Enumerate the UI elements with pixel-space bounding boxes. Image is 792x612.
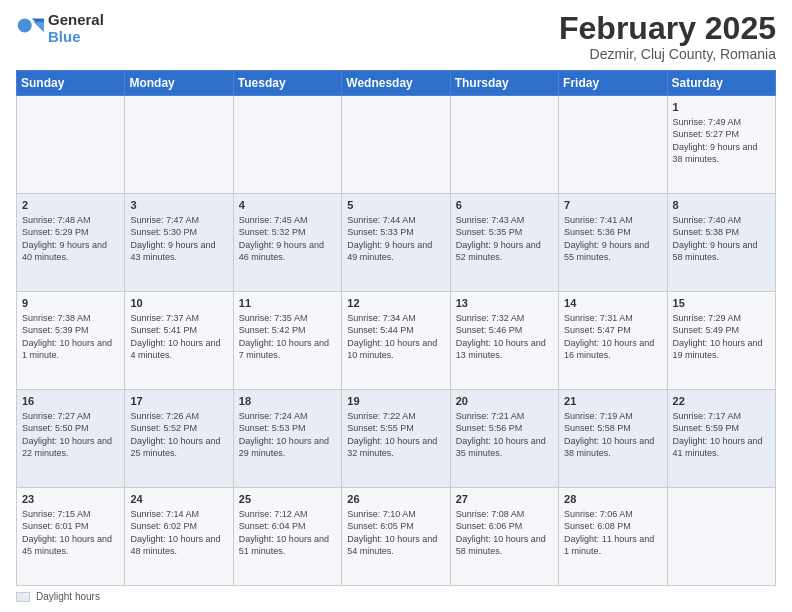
day-info: Sunrise: 7:10 AM Sunset: 6:05 PM Dayligh… — [347, 508, 444, 557]
footer-label: Daylight hours — [36, 591, 100, 602]
day-info: Sunrise: 7:35 AM Sunset: 5:42 PM Dayligh… — [239, 312, 336, 361]
svg-point-0 — [18, 18, 32, 32]
day-info: Sunrise: 7:49 AM Sunset: 5:27 PM Dayligh… — [673, 116, 770, 165]
day-number: 6 — [456, 198, 553, 212]
day-info: Sunrise: 7:32 AM Sunset: 5:46 PM Dayligh… — [456, 312, 553, 361]
logo: General Blue — [16, 12, 104, 45]
day-number: 8 — [673, 198, 770, 212]
logo-general: General — [48, 12, 104, 29]
day-number: 17 — [130, 394, 227, 408]
day-cell: 7Sunrise: 7:41 AM Sunset: 5:36 PM Daylig… — [559, 194, 667, 292]
col-header-friday: Friday — [559, 71, 667, 96]
logo-text: General Blue — [48, 12, 104, 45]
day-cell: 10Sunrise: 7:37 AM Sunset: 5:41 PM Dayli… — [125, 292, 233, 390]
day-cell — [125, 96, 233, 194]
day-cell: 11Sunrise: 7:35 AM Sunset: 5:42 PM Dayli… — [233, 292, 341, 390]
day-cell: 18Sunrise: 7:24 AM Sunset: 5:53 PM Dayli… — [233, 390, 341, 488]
day-info: Sunrise: 7:45 AM Sunset: 5:32 PM Dayligh… — [239, 214, 336, 263]
day-number: 1 — [673, 100, 770, 114]
col-header-thursday: Thursday — [450, 71, 558, 96]
day-number: 24 — [130, 492, 227, 506]
day-info: Sunrise: 7:37 AM Sunset: 5:41 PM Dayligh… — [130, 312, 227, 361]
day-info: Sunrise: 7:14 AM Sunset: 6:02 PM Dayligh… — [130, 508, 227, 557]
calendar: SundayMondayTuesdayWednesdayThursdayFrid… — [16, 70, 776, 586]
day-number: 2 — [22, 198, 119, 212]
day-cell: 21Sunrise: 7:19 AM Sunset: 5:58 PM Dayli… — [559, 390, 667, 488]
day-info: Sunrise: 7:43 AM Sunset: 5:35 PM Dayligh… — [456, 214, 553, 263]
day-number: 15 — [673, 296, 770, 310]
day-info: Sunrise: 7:21 AM Sunset: 5:56 PM Dayligh… — [456, 410, 553, 459]
day-number: 5 — [347, 198, 444, 212]
day-number: 27 — [456, 492, 553, 506]
day-info: Sunrise: 7:47 AM Sunset: 5:30 PM Dayligh… — [130, 214, 227, 263]
day-number: 9 — [22, 296, 119, 310]
day-cell: 27Sunrise: 7:08 AM Sunset: 6:06 PM Dayli… — [450, 488, 558, 586]
day-number: 3 — [130, 198, 227, 212]
footer: Daylight hours — [16, 591, 776, 602]
day-number: 10 — [130, 296, 227, 310]
day-info: Sunrise: 7:40 AM Sunset: 5:38 PM Dayligh… — [673, 214, 770, 263]
day-cell — [450, 96, 558, 194]
day-number: 14 — [564, 296, 661, 310]
day-cell: 22Sunrise: 7:17 AM Sunset: 5:59 PM Dayli… — [667, 390, 775, 488]
day-number: 22 — [673, 394, 770, 408]
week-row-2: 9Sunrise: 7:38 AM Sunset: 5:39 PM Daylig… — [17, 292, 776, 390]
day-cell: 28Sunrise: 7:06 AM Sunset: 6:08 PM Dayli… — [559, 488, 667, 586]
location: Dezmir, Cluj County, Romania — [559, 46, 776, 62]
day-info: Sunrise: 7:48 AM Sunset: 5:29 PM Dayligh… — [22, 214, 119, 263]
day-cell: 26Sunrise: 7:10 AM Sunset: 6:05 PM Dayli… — [342, 488, 450, 586]
day-info: Sunrise: 7:15 AM Sunset: 6:01 PM Dayligh… — [22, 508, 119, 557]
col-header-monday: Monday — [125, 71, 233, 96]
day-cell — [233, 96, 341, 194]
calendar-header-row: SundayMondayTuesdayWednesdayThursdayFrid… — [17, 71, 776, 96]
day-info: Sunrise: 7:38 AM Sunset: 5:39 PM Dayligh… — [22, 312, 119, 361]
day-number: 25 — [239, 492, 336, 506]
day-info: Sunrise: 7:17 AM Sunset: 5:59 PM Dayligh… — [673, 410, 770, 459]
day-number: 4 — [239, 198, 336, 212]
day-info: Sunrise: 7:27 AM Sunset: 5:50 PM Dayligh… — [22, 410, 119, 459]
day-info: Sunrise: 7:29 AM Sunset: 5:49 PM Dayligh… — [673, 312, 770, 361]
day-info: Sunrise: 7:44 AM Sunset: 5:33 PM Dayligh… — [347, 214, 444, 263]
week-row-3: 16Sunrise: 7:27 AM Sunset: 5:50 PM Dayli… — [17, 390, 776, 488]
day-number: 28 — [564, 492, 661, 506]
day-cell: 16Sunrise: 7:27 AM Sunset: 5:50 PM Dayli… — [17, 390, 125, 488]
day-cell: 1Sunrise: 7:49 AM Sunset: 5:27 PM Daylig… — [667, 96, 775, 194]
logo-blue: Blue — [48, 29, 104, 46]
svg-marker-2 — [34, 22, 45, 33]
col-header-wednesday: Wednesday — [342, 71, 450, 96]
week-row-4: 23Sunrise: 7:15 AM Sunset: 6:01 PM Dayli… — [17, 488, 776, 586]
day-number: 7 — [564, 198, 661, 212]
day-info: Sunrise: 7:22 AM Sunset: 5:55 PM Dayligh… — [347, 410, 444, 459]
day-number: 13 — [456, 296, 553, 310]
header: General Blue February 2025 Dezmir, Cluj … — [16, 12, 776, 62]
day-cell: 6Sunrise: 7:43 AM Sunset: 5:35 PM Daylig… — [450, 194, 558, 292]
day-cell: 9Sunrise: 7:38 AM Sunset: 5:39 PM Daylig… — [17, 292, 125, 390]
day-cell: 4Sunrise: 7:45 AM Sunset: 5:32 PM Daylig… — [233, 194, 341, 292]
logo-icon — [16, 15, 44, 43]
week-row-0: 1Sunrise: 7:49 AM Sunset: 5:27 PM Daylig… — [17, 96, 776, 194]
day-cell: 5Sunrise: 7:44 AM Sunset: 5:33 PM Daylig… — [342, 194, 450, 292]
day-info: Sunrise: 7:24 AM Sunset: 5:53 PM Dayligh… — [239, 410, 336, 459]
day-number: 23 — [22, 492, 119, 506]
day-info: Sunrise: 7:34 AM Sunset: 5:44 PM Dayligh… — [347, 312, 444, 361]
day-number: 16 — [22, 394, 119, 408]
day-cell — [559, 96, 667, 194]
col-header-tuesday: Tuesday — [233, 71, 341, 96]
day-info: Sunrise: 7:31 AM Sunset: 5:47 PM Dayligh… — [564, 312, 661, 361]
day-number: 26 — [347, 492, 444, 506]
col-header-saturday: Saturday — [667, 71, 775, 96]
day-number: 19 — [347, 394, 444, 408]
day-number: 12 — [347, 296, 444, 310]
day-cell: 24Sunrise: 7:14 AM Sunset: 6:02 PM Dayli… — [125, 488, 233, 586]
week-row-1: 2Sunrise: 7:48 AM Sunset: 5:29 PM Daylig… — [17, 194, 776, 292]
day-info: Sunrise: 7:08 AM Sunset: 6:06 PM Dayligh… — [456, 508, 553, 557]
day-number: 21 — [564, 394, 661, 408]
day-cell: 8Sunrise: 7:40 AM Sunset: 5:38 PM Daylig… — [667, 194, 775, 292]
month-title: February 2025 — [559, 12, 776, 44]
day-cell: 3Sunrise: 7:47 AM Sunset: 5:30 PM Daylig… — [125, 194, 233, 292]
day-info: Sunrise: 7:12 AM Sunset: 6:04 PM Dayligh… — [239, 508, 336, 557]
day-cell: 13Sunrise: 7:32 AM Sunset: 5:46 PM Dayli… — [450, 292, 558, 390]
day-cell — [342, 96, 450, 194]
day-info: Sunrise: 7:41 AM Sunset: 5:36 PM Dayligh… — [564, 214, 661, 263]
day-cell: 15Sunrise: 7:29 AM Sunset: 5:49 PM Dayli… — [667, 292, 775, 390]
